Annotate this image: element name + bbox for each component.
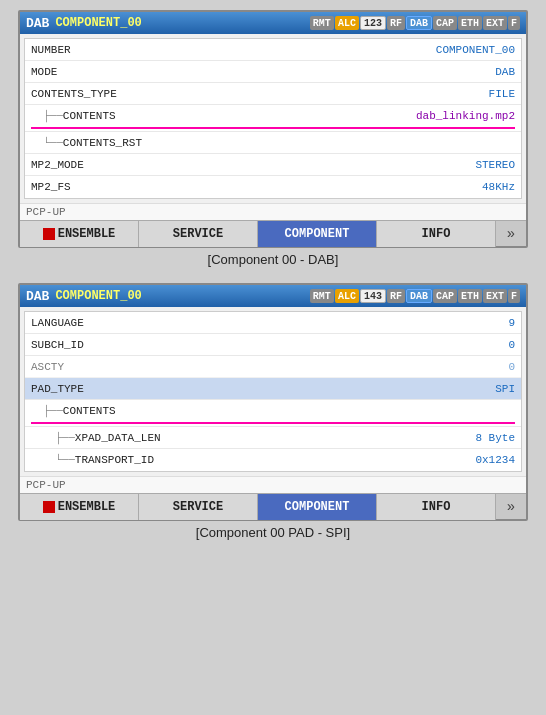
row-val: 0x1234	[225, 452, 521, 468]
nav-ensemble-label: ENSEMBLE	[58, 221, 116, 247]
row-val: COMPONENT_00	[225, 42, 521, 58]
nav-info-btn[interactable]: INFO	[377, 221, 496, 247]
row-val: DAB	[225, 64, 521, 80]
panel1: DAB COMPONENT_00 RMT ALC 123 RF DAB CAP …	[18, 10, 528, 248]
row-key: ├──CONTENTS	[25, 108, 225, 124]
badge-rf-2: RF	[387, 289, 405, 303]
table-row: ASCTY 0	[25, 356, 521, 378]
row-key: SUBCH_ID	[25, 337, 225, 353]
row-val: 0	[225, 359, 521, 375]
row-key: MODE	[25, 64, 225, 80]
panel2-caption: [Component 00 PAD - SPI]	[196, 525, 350, 540]
nav-ensemble-btn[interactable]: ENSEMBLE	[20, 221, 139, 247]
badge-eth-2: ETH	[458, 289, 482, 303]
badge-f-2: F	[508, 289, 520, 303]
table-row: ├──CONTENTS	[25, 400, 521, 427]
pcp-row: PCP-UP	[20, 476, 526, 493]
badge-rmt-2: RMT	[310, 289, 334, 303]
panel2-wrapper: DAB COMPONENT_00 RMT ALC 143 RF DAB CAP …	[18, 283, 528, 540]
badge-rf-1: RF	[387, 16, 405, 30]
row-val: SPI	[225, 381, 521, 397]
row-val: dab_linking.mp2	[225, 108, 521, 124]
nav-ensemble-btn-2[interactable]: ENSEMBLE	[20, 494, 139, 520]
row-key: └──CONTENTS_RST	[25, 135, 225, 151]
row-key: MP2_FS	[25, 179, 225, 195]
table-row: ├──CONTENTS dab_linking.mp2	[25, 105, 521, 132]
panel1-caption: [Component 00 - DAB]	[208, 252, 339, 267]
badge-ext-2: EXT	[483, 289, 507, 303]
badge-ext-1: EXT	[483, 16, 507, 30]
pink-underline	[31, 127, 515, 129]
panel2-table: LANGUAGE 9 SUBCH_ID 0 ASCTY 0 PAD_TYPE S…	[24, 311, 522, 472]
badge-dab-1: DAB	[406, 16, 432, 30]
nav-component-btn-2[interactable]: COMPONENT	[258, 494, 377, 520]
badge-alc-1: ALC	[335, 16, 359, 30]
pcp-row: PCP-UP	[20, 203, 526, 220]
nav-component-btn[interactable]: COMPONENT	[258, 221, 377, 247]
badge-123-1: 123	[360, 16, 386, 30]
badge-cap-1: CAP	[433, 16, 457, 30]
table-row: └──CONTENTS_RST	[25, 132, 521, 154]
table-row: NUMBER COMPONENT_00	[25, 39, 521, 61]
row-key: ASCTY	[25, 359, 225, 375]
badge-alc-2: ALC	[335, 289, 359, 303]
ensemble-red-icon	[43, 228, 55, 240]
nav-ensemble-label-2: ENSEMBLE	[58, 494, 116, 520]
badge-cap-2: CAP	[433, 289, 457, 303]
nav-service-btn[interactable]: SERVICE	[139, 221, 258, 247]
table-row: PAD_TYPE SPI	[25, 378, 521, 400]
pink-underline	[31, 422, 515, 424]
nav-arrow-btn[interactable]: »	[496, 226, 526, 242]
table-row: LANGUAGE 9	[25, 312, 521, 334]
badge-dab-2: DAB	[406, 289, 432, 303]
nav-info-btn-2[interactable]: INFO	[377, 494, 496, 520]
panel1-dab-label: DAB	[26, 16, 49, 31]
nav-arrow-btn-2[interactable]: »	[496, 499, 526, 515]
row-key: ├──XPAD_DATA_LEN	[25, 430, 225, 446]
panel2: DAB COMPONENT_00 RMT ALC 143 RF DAB CAP …	[18, 283, 528, 521]
row-val: FILE	[225, 86, 521, 102]
table-row: ├──XPAD_DATA_LEN 8 Byte	[25, 427, 521, 449]
panel2-badges: RMT ALC 143 RF DAB CAP ETH EXT F	[310, 289, 520, 303]
panel1-titlebar: DAB COMPONENT_00 RMT ALC 123 RF DAB CAP …	[20, 12, 526, 34]
row-key: NUMBER	[25, 42, 225, 58]
badge-f-1: F	[508, 16, 520, 30]
panel2-component-label: COMPONENT_00	[55, 289, 141, 303]
row-val: 48KHz	[225, 179, 521, 195]
panel1-component-label: COMPONENT_00	[55, 16, 141, 30]
ensemble-red-icon-2	[43, 501, 55, 513]
row-val: STEREO	[225, 157, 521, 173]
badge-eth-1: ETH	[458, 16, 482, 30]
row-val	[225, 409, 521, 413]
panel2-dab-label: DAB	[26, 289, 49, 304]
table-row: SUBCH_ID 0	[25, 334, 521, 356]
panel2-navbar: ENSEMBLE SERVICE COMPONENT INFO »	[20, 493, 526, 519]
row-val: 9	[225, 315, 521, 331]
table-row: └──TRANSPORT_ID 0x1234	[25, 449, 521, 471]
row-key: └──TRANSPORT_ID	[25, 452, 225, 468]
nav-service-btn-2[interactable]: SERVICE	[139, 494, 258, 520]
panel1-navbar: ENSEMBLE SERVICE COMPONENT INFO »	[20, 220, 526, 246]
row-val: 8 Byte	[225, 430, 521, 446]
panel1-wrapper: DAB COMPONENT_00 RMT ALC 123 RF DAB CAP …	[18, 10, 528, 267]
table-row: CONTENTS_TYPE FILE	[25, 83, 521, 105]
row-key: PAD_TYPE	[25, 381, 225, 397]
panel1-badges: RMT ALC 123 RF DAB CAP ETH EXT F	[310, 16, 520, 30]
badge-rmt-1: RMT	[310, 16, 334, 30]
row-key: CONTENTS_TYPE	[25, 86, 225, 102]
row-key: ├──CONTENTS	[25, 403, 225, 419]
panel2-titlebar: DAB COMPONENT_00 RMT ALC 143 RF DAB CAP …	[20, 285, 526, 307]
table-row: MODE DAB	[25, 61, 521, 83]
badge-143-2: 143	[360, 289, 386, 303]
row-key: LANGUAGE	[25, 315, 225, 331]
table-row: MP2_FS 48KHz	[25, 176, 521, 198]
panel1-table: NUMBER COMPONENT_00 MODE DAB CONTENTS_TY…	[24, 38, 522, 199]
row-key: MP2_MODE	[25, 157, 225, 173]
table-row: MP2_MODE STEREO	[25, 154, 521, 176]
row-val: 0	[225, 337, 521, 353]
row-val	[225, 141, 521, 145]
